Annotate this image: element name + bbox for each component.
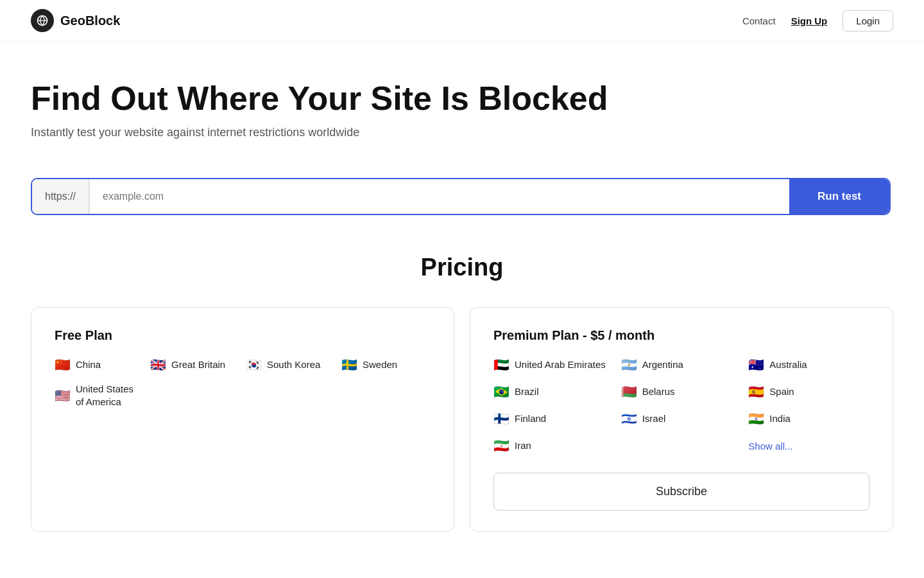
navbar: GeoBlock Contact Sign Up Login [0,0,924,42]
list-item: 🇸🇪 Sweden [341,358,431,371]
subscribe-button[interactable]: Subscribe [493,473,869,511]
url-prefix: https:// [32,179,90,214]
flag-iran: 🇮🇷 [493,439,509,452]
show-all-link[interactable]: Show all... [748,441,792,451]
list-item: 🇮🇱 Israel [621,412,742,425]
list-item: 🇮🇷 Iran [493,439,615,452]
search-section: https:// Run test [0,152,924,254]
list-item [621,439,742,452]
flag-china: 🇨🇳 [55,358,71,371]
logo[interactable]: GeoBlock [31,9,120,32]
search-input[interactable] [90,179,789,214]
country-us: United Statesof America [76,383,133,408]
country-finland: Finland [515,412,546,425]
country-belarus: Belarus [642,385,675,398]
flag-us: 🇺🇸 [55,389,71,402]
hero-section: Find Out Where Your Site Is Blocked Inst… [0,42,924,152]
list-item: 🇦🇷 Argentina [621,358,742,371]
flag-sweden: 🇸🇪 [341,358,357,371]
flag-belarus: 🇧🇾 [621,385,637,398]
flag-uae: 🇦🇪 [493,358,509,371]
flag-korea: 🇰🇷 [246,358,262,371]
list-item: 🇬🇧 Great Britain [150,358,239,371]
country-china: China [76,358,101,371]
hero-subtitle: Instantly test your website against inte… [31,126,893,139]
list-item: 🇪🇸 Spain [748,385,869,398]
list-item: 🇦🇪 United Arab Emirates [493,358,615,371]
flag-australia: 🇦🇺 [748,358,764,371]
flag-india: 🇮🇳 [748,412,764,425]
flag-finland: 🇫🇮 [493,412,509,425]
logo-text: GeoBlock [60,13,120,28]
contact-link[interactable]: Contact [742,15,776,26]
login-button[interactable]: Login [843,10,893,31]
country-uae: United Arab Emirates [515,358,606,371]
list-item: 🇫🇮 Finland [493,412,615,425]
run-test-button[interactable]: Run test [789,179,889,214]
country-gb: Great Britain [171,358,225,371]
list-item: 🇮🇳 India [748,412,869,425]
flag-brazil: 🇧🇷 [493,385,509,398]
country-brazil: Brazil [515,385,539,398]
flag-gb: 🇬🇧 [150,358,166,371]
country-korea: South Korea [267,358,320,371]
country-india: India [769,412,791,425]
premium-countries-grid: 🇦🇪 United Arab Emirates 🇦🇷 Argentina 🇦🇺 … [493,358,869,452]
premium-plan-card: Premium Plan - $5 / month 🇦🇪 United Arab… [470,307,893,532]
premium-plan-title: Premium Plan - $5 / month [493,328,869,343]
country-argentina: Argentina [642,358,683,371]
show-all-container: Show all... [748,439,869,452]
logo-icon [31,9,54,32]
navbar-actions: Contact Sign Up Login [742,10,893,31]
pricing-section: Pricing Free Plan 🇨🇳 China 🇬🇧 Great Brit… [0,254,924,570]
free-countries-grid: 🇨🇳 China 🇬🇧 Great Britain 🇰🇷 South Korea… [55,358,431,408]
list-item: 🇧🇷 Brazil [493,385,615,398]
signup-link[interactable]: Sign Up [791,15,828,26]
flag-spain: 🇪🇸 [748,385,764,398]
country-sweden: Sweden [363,358,397,371]
flag-israel: 🇮🇱 [621,412,637,425]
free-plan-title: Free Plan [55,328,431,343]
list-item: 🇦🇺 Australia [748,358,869,371]
search-bar: https:// Run test [31,178,891,215]
country-israel: Israel [642,412,666,425]
pricing-title: Pricing [31,254,893,281]
free-plan-card: Free Plan 🇨🇳 China 🇬🇧 Great Britain 🇰🇷 S… [31,307,454,532]
country-iran: Iran [515,439,531,452]
country-australia: Australia [769,358,807,371]
list-item: 🇺🇸 United Statesof America [55,383,144,408]
list-item: 🇰🇷 South Korea [246,358,335,371]
country-spain: Spain [769,385,794,398]
list-item: 🇨🇳 China [55,358,144,371]
list-item: 🇧🇾 Belarus [621,385,742,398]
flag-argentina: 🇦🇷 [621,358,637,371]
hero-title: Find Out Where Your Site Is Blocked [31,80,893,117]
pricing-cards: Free Plan 🇨🇳 China 🇬🇧 Great Britain 🇰🇷 S… [31,307,893,532]
